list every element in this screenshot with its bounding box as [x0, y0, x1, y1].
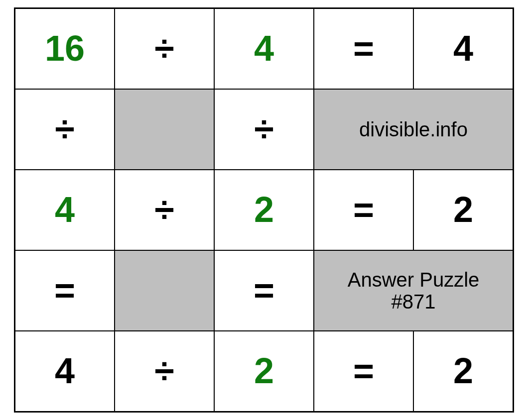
cell-r4c3-equals: =	[215, 251, 313, 330]
cell-r5c2-divide: ÷	[115, 331, 214, 411]
cell-r5c1: 4	[15, 331, 114, 411]
cell-r4-puzzle-label: Answer Puzzle #871	[314, 251, 513, 330]
cell-r3c3: 2	[215, 170, 313, 250]
cell-r2c1-divide: ÷	[15, 90, 114, 169]
cell-r5c5: 2	[414, 331, 513, 411]
cell-r1c5: 4	[414, 9, 513, 89]
cell-r2c3-divide: ÷	[215, 90, 313, 169]
cell-r1c3: 4	[215, 9, 313, 89]
cell-r1c1: 16	[15, 9, 114, 89]
cell-r1c2-divide: ÷	[115, 9, 214, 89]
cell-r2-site-label: divisible.info	[314, 90, 513, 169]
cell-r3c5: 2	[414, 170, 513, 250]
cell-r3c2-divide: ÷	[115, 170, 214, 250]
cell-r4c1-equals: =	[15, 251, 114, 330]
cell-r5c3: 2	[215, 331, 313, 411]
cell-r1c4-equals: =	[314, 9, 413, 89]
cell-r3c1: 4	[15, 170, 114, 250]
cell-r2c2-blank	[115, 90, 214, 169]
puzzle-grid: 16 ÷ 4 = 4 ÷ ÷ divisible.info 4 ÷ 2 = 2 …	[14, 7, 514, 413]
cell-r5c4-equals: =	[314, 331, 413, 411]
cell-r3c4-equals: =	[314, 170, 413, 250]
cell-r4c2-blank	[115, 251, 214, 330]
